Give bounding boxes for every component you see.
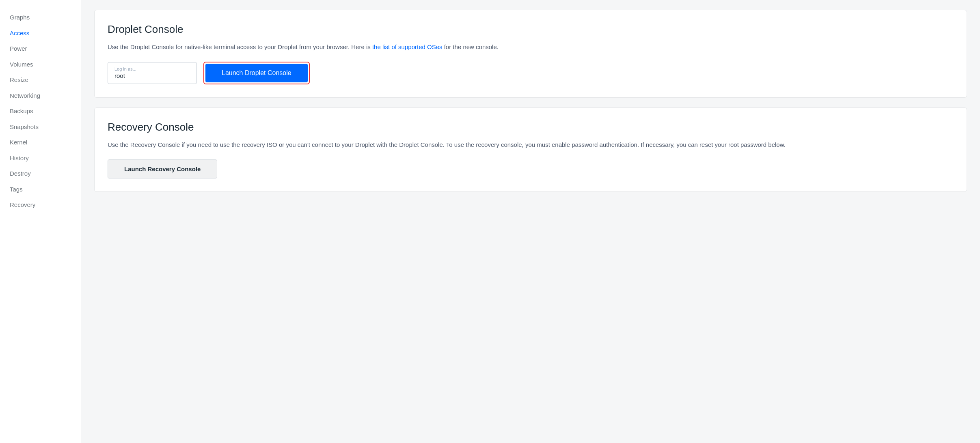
sidebar-item-networking[interactable]: Networking [0,88,81,104]
sidebar-item-graphs[interactable]: Graphs [0,10,81,26]
launch-recovery-console-button[interactable]: Launch Recovery Console [108,159,217,178]
recovery-console-title: Recovery Console [108,121,954,133]
login-value: root [114,72,125,79]
recovery-console-description: Use the Recovery Console if you need to … [108,140,954,150]
sidebar-item-destroy[interactable]: Destroy [0,166,81,182]
recovery-console-card: Recovery Console Use the Recovery Consol… [94,108,967,192]
sidebar-item-snapshots[interactable]: Snapshots [0,119,81,135]
sidebar: Graphs Access Power Volumes Resize Netwo… [0,0,81,443]
sidebar-item-backups[interactable]: Backups [0,103,81,119]
sidebar-item-recovery[interactable]: Recovery [0,197,81,213]
droplet-console-desc-part1: Use the Droplet Console for native-like … [108,43,372,50]
launch-droplet-console-button[interactable]: Launch Droplet Console [205,64,308,82]
droplet-console-description: Use the Droplet Console for native-like … [108,42,954,52]
sidebar-item-resize[interactable]: Resize [0,72,81,88]
droplet-console-title: Droplet Console [108,23,954,36]
launch-droplet-btn-highlight: Launch Droplet Console [203,62,310,84]
sidebar-item-history[interactable]: History [0,151,81,166]
login-label: Log in as... [114,67,190,71]
login-as-input[interactable]: Log in as... root [108,62,197,84]
droplet-console-controls: Log in as... root Launch Droplet Console [108,62,954,84]
sidebar-item-power[interactable]: Power [0,41,81,57]
sidebar-item-kernel[interactable]: Kernel [0,135,81,151]
sidebar-item-volumes[interactable]: Volumes [0,57,81,73]
sidebar-item-tags[interactable]: Tags [0,182,81,198]
main-content: Droplet Console Use the Droplet Console … [81,0,980,443]
supported-oses-link[interactable]: the list of supported OSes [372,43,443,50]
droplet-console-card: Droplet Console Use the Droplet Console … [94,10,967,98]
droplet-console-desc-part2: for the new console. [443,43,499,50]
sidebar-item-access[interactable]: Access [0,26,81,41]
